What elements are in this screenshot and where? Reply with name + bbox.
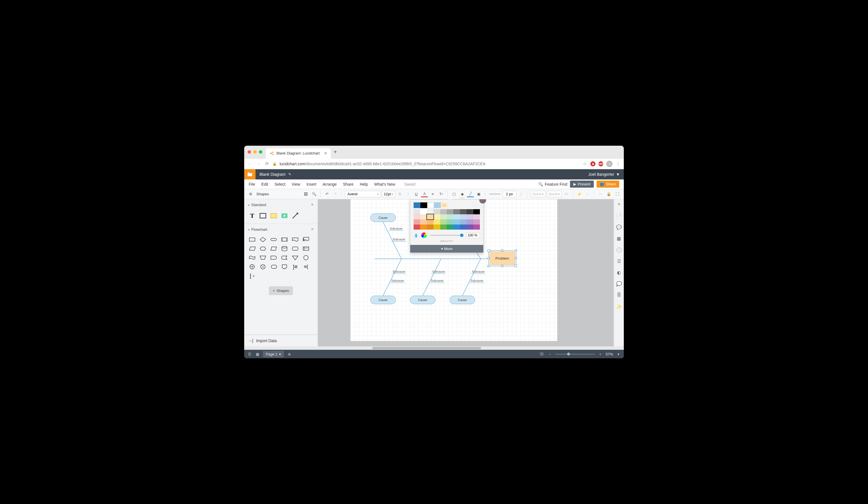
profile-avatar[interactable]: J [606,161,612,167]
palette-swatch[interactable] [473,219,480,224]
cause-node[interactable]: Cause [450,296,475,304]
bracket-shape[interactable]: [ ▫ [248,273,256,279]
cause-node[interactable]: Cause [370,296,396,304]
recent-swatch[interactable] [421,202,427,208]
layers-icon[interactable]: ☰ [616,258,622,264]
reload-button[interactable]: ⟳ [264,161,270,167]
list-view-icon[interactable]: ☰ [247,352,252,356]
menu-arrange[interactable]: Arrange [323,182,337,187]
line-style-preview[interactable] [489,194,500,194]
palette-swatch[interactable] [420,214,427,219]
edit-title-icon[interactable]: ✎ [288,172,291,176]
papertape-shape[interactable] [248,254,256,261]
palette-swatch[interactable] [453,214,460,219]
summing-shape[interactable] [259,264,267,270]
border-color-button[interactable]: ╱ [467,191,474,197]
opacity-slider[interactable] [430,235,464,236]
palette-swatch[interactable] [460,214,467,219]
url-field[interactable]: lucidchart.com/documents/edit/db0dca91-a… [280,162,579,166]
zoom-slider[interactable] [555,354,595,355]
display-shape[interactable] [270,264,278,270]
palette-swatch[interactable] [433,224,440,230]
home-folder-button[interactable] [244,169,256,179]
palette-swatch[interactable] [467,219,473,224]
fullscreen-icon[interactable]: ⛶ [613,191,621,198]
text-color-button[interactable]: A [421,191,428,197]
gear-icon[interactable]: ⚙ [247,191,254,198]
action-icon[interactable]: ⚡ [576,191,583,198]
zoom-level[interactable]: 57% [606,352,613,356]
or-shape[interactable] [248,264,256,270]
palette-swatch[interactable] [414,224,420,230]
menu-insert[interactable]: Insert [307,182,317,187]
palette-swatch[interactable] [440,214,447,219]
eyedropper-icon[interactable]: 💧 [414,233,418,238]
line-color-button[interactable]: ╱ [518,191,525,198]
palette-swatch[interactable] [453,224,460,230]
redo-button[interactable]: ↷ [332,191,339,198]
hexagon-shape[interactable] [259,245,267,252]
flowchart-section-header[interactable]: Flowchart × [244,224,318,235]
magic-icon[interactable]: ✨ [616,304,622,309]
palette-swatch[interactable] [447,219,453,224]
font-select[interactable]: Avenir [345,191,381,197]
palette-swatch[interactable] [440,219,447,224]
zoom-menu-icon[interactable]: ▾ [616,352,621,356]
comment-icon[interactable]: 💬 [616,224,622,230]
shape-options-button[interactable]: ▣ [475,191,482,198]
palette-swatch[interactable] [473,224,480,230]
chat-icon[interactable]: 💭 [616,281,622,286]
palette-swatch[interactable] [420,224,427,230]
palette-swatch[interactable] [453,219,460,224]
collapse-rail-icon[interactable]: » [616,202,622,207]
hotspot-shape[interactable] [280,212,288,220]
palette-swatch[interactable] [467,209,473,214]
data-shape[interactable] [248,245,256,252]
add-page-icon[interactable]: ⊕ [287,352,292,356]
internalstorage-shape[interactable] [302,245,310,252]
theme-icon[interactable]: ◐ [616,270,622,275]
palette-swatch[interactable] [420,219,427,224]
subcause-label[interactable]: Subcause [471,270,486,274]
palette-swatch[interactable] [460,219,467,224]
ext-icon-1[interactable]: ◆ [590,161,596,167]
minimize-window[interactable] [253,150,257,154]
menu-edit[interactable]: Edit [261,182,268,187]
data-icon[interactable]: 🗄 [616,292,622,298]
subcause-label[interactable]: Subcause [469,279,484,283]
history-icon[interactable]: 🕘 [616,247,622,253]
palette-swatch[interactable] [440,209,447,214]
database-shape[interactable] [280,245,288,252]
forward-button[interactable]: → [256,161,261,167]
new-tab-button[interactable]: + [334,149,337,155]
italic-button[interactable]: I [404,191,412,198]
palette-swatch[interactable] [467,214,473,219]
abp-icon[interactable]: ABP [598,161,603,167]
menu-help[interactable]: Help [360,182,368,187]
tab-close-icon[interactable]: × [324,151,327,156]
palette-swatch[interactable] [447,214,453,219]
presentation-icon[interactable]: ▦ [616,235,622,241]
shape-outline-button[interactable]: ▢ [451,191,457,198]
more-colors-button[interactable]: ▾ More [410,245,483,253]
palette-swatch[interactable] [473,214,480,219]
palette-swatch[interactable] [427,224,433,230]
palette-swatch[interactable] [467,224,473,230]
palette-swatch[interactable] [433,214,440,219]
manualop-shape[interactable] [259,254,267,261]
note-shape[interactable] [270,212,278,220]
palette-swatch[interactable] [414,209,420,214]
predefined-shape[interactable] [280,236,288,243]
canvas-page[interactable]: Cause Cause Cause Cause Subcause Subcaus… [350,199,557,341]
palette-swatch[interactable] [447,209,453,214]
page-selector[interactable]: Page 1 ▾ [263,351,284,357]
offpage-shape[interactable] [280,264,288,270]
parallelogram-shape[interactable] [270,245,278,252]
palette-swatch[interactable] [440,224,447,230]
note-brace-shape[interactable]: ≡{ [302,264,310,270]
canvas-area[interactable]: Cause Cause Cause Cause Subcause Subcaus… [318,199,613,346]
search-icon[interactable]: 🔍 [310,191,318,198]
back-button[interactable]: ← [247,161,253,167]
subcause-label[interactable]: Subcause [392,238,406,242]
palette-swatch[interactable] [473,209,480,214]
